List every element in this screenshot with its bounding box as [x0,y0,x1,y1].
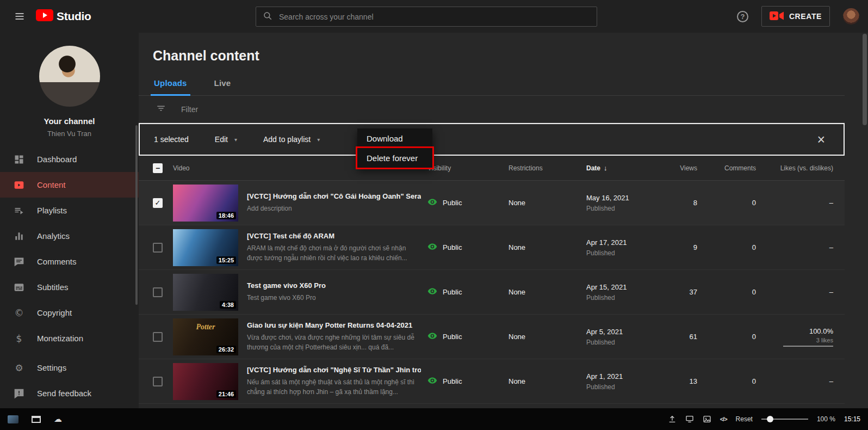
date-value: Apr 5, 2021 [586,328,650,336]
likes-count: 3 likes [756,337,833,343]
video-thumbnail[interactable]: Potter 26:32 [173,318,238,355]
video-title[interactable]: Test game vivo X60 Pro [247,281,421,290]
create-button-label: CREATE [789,12,822,21]
comments-value: 0 [697,333,756,341]
youtube-play-icon [36,9,53,23]
tab-uploads[interactable]: Uploads [154,78,187,95]
likes-value: – [756,288,833,296]
sidebar-item-subtitles[interactable]: Subtitles [0,274,139,300]
page-title: Channel content [153,48,868,64]
top-bar: Studio ? CREATE [0,0,868,33]
menu-item-download[interactable]: Download [357,128,432,148]
video-title[interactable]: [VCTC] Hướng dẫn chơi "Nghệ Sĩ Tử Thần" … [247,366,421,374]
account-avatar[interactable] [843,8,859,24]
date-label: Date [586,164,600,172]
help-icon[interactable]: ? [737,11,748,22]
row-checkbox[interactable] [153,287,163,297]
video-row: 4:38 Test game vivo X60 Pro Test game vi… [139,270,845,315]
image-icon[interactable] [703,415,711,423]
sidebar-item-send-feedback[interactable]: Send feedback [0,380,139,406]
sidebar-item-copyright[interactable]: © Copyright [0,300,139,325]
menu-item-delete-forever[interactable]: Delete forever [357,148,432,168]
video-duration: 18:46 [216,212,236,219]
create-button[interactable]: CREATE [761,6,830,27]
video-thumbnail[interactable]: 21:46 [173,363,238,400]
public-eye-icon [427,331,437,342]
search-input[interactable] [279,13,590,21]
sidebar-item-label: Playlists [37,206,67,215]
channel-title: Your channel [0,116,139,126]
chevron-down-icon: ▾ [234,137,237,143]
video-title[interactable]: Giao lưu sự kiện Many Potter Returns 04-… [247,321,421,329]
status-bar: ☁ </> Reset 100 % 15:15 [0,408,868,430]
reset-button[interactable]: Reset [736,415,753,423]
edit-dropdown-button[interactable]: Edit ▾ [215,135,237,144]
close-icon[interactable]: × [817,133,825,146]
video-title[interactable]: [VCTC] Hướng dẫn chơi "Cô Gái Hoàng Oanh… [247,192,421,200]
youtube-studio-logo[interactable]: Studio [36,9,91,23]
video-description[interactable]: Add description [247,204,421,213]
select-all-checkbox[interactable] [153,163,163,173]
sidebar-item-playlists[interactable]: Playlists [0,198,139,223]
add-to-playlist-label: Add to playlist [263,135,311,144]
sidebar-item-settings[interactable]: ⚙ Settings [0,355,139,380]
row-checkbox[interactable] [153,198,163,208]
content-icon [13,180,25,191]
selection-toolbar: 1 selected Edit ▾ Add to playlist ▾ × [139,123,845,156]
taskbar-thumbnail-icon[interactable] [8,415,18,423]
search-icon [263,11,272,23]
thumbnail-text: Potter [173,323,238,331]
likes-ratio-bar [783,346,833,347]
sidebar-scrollbar[interactable] [135,125,138,305]
video-thumbnail[interactable]: 15:25 [173,229,238,266]
video-title[interactable]: [VCTC] Test chế độ ARAM [247,232,421,240]
channel-avatar[interactable] [39,46,100,107]
channel-owner: Thien Vu Tran [0,130,139,138]
row-checkbox[interactable] [153,243,163,253]
sidebar-item-analytics[interactable]: Analytics [0,223,139,249]
zoom-slider[interactable] [761,419,808,420]
sidebar-item-dashboard[interactable]: Dashboard [0,146,139,172]
row-checkbox[interactable] [153,332,163,342]
gear-icon: ⚙ [13,363,25,373]
likes-value: 100.0% [756,327,833,335]
zoom-slider-knob[interactable] [767,416,773,422]
filter-bar[interactable]: Filter [139,96,845,123]
sidebar-item-content[interactable]: Content [0,172,139,198]
tab-live[interactable]: Live [214,78,231,95]
restrictions-value: None [509,288,586,296]
sidebar-item-label: Subtitles [37,282,69,292]
monetization-icon: $ [13,333,25,344]
video-description: Nếu ám sát là một nghệ thuật và sát thủ … [247,377,421,397]
video-row: Potter 26:32 Giao lưu sự kiện Many Potte… [139,315,845,359]
more-actions-menu: Download Delete forever [357,128,432,168]
comments-value: 0 [697,199,756,207]
column-date[interactable]: Date ↓ [586,164,650,172]
product-name: Studio [57,10,91,23]
restrictions-value: None [509,377,586,385]
date-status: Published [586,294,650,302]
monitor-icon[interactable] [685,415,694,423]
sidebar-item-label: Copyright [37,308,72,317]
cloud-icon[interactable]: ☁ [54,414,62,424]
video-row: 21:46 [VCTC] Hướng dẫn chơi "Nghệ Sĩ Tử … [139,359,845,404]
row-checkbox[interactable] [153,377,163,386]
upload-icon[interactable] [668,415,677,423]
video-thumbnail[interactable]: 18:46 [173,185,238,222]
clock: 15:15 [844,415,860,423]
main-scrollbar[interactable] [863,34,867,125]
sidebar-item-monetization[interactable]: $ Monetization [0,325,139,351]
main-content: Channel content Uploads Live Filter 1 se… [139,33,868,408]
public-eye-icon [427,197,437,208]
window-icon[interactable] [32,416,41,423]
video-duration: 26:32 [216,346,236,353]
channel-block: Your channel Thien Vu Tran [0,33,139,138]
sidebar-item-comments[interactable]: Comments [0,249,139,274]
views-value: 37 [650,288,697,296]
add-to-playlist-button[interactable]: Add to playlist ▾ [263,135,320,144]
content-tabs: Uploads Live [139,78,845,96]
code-icon[interactable]: </> [720,416,727,422]
copyright-icon: © [13,308,25,318]
video-thumbnail[interactable]: 4:38 [173,274,238,311]
menu-icon[interactable] [9,5,30,27]
